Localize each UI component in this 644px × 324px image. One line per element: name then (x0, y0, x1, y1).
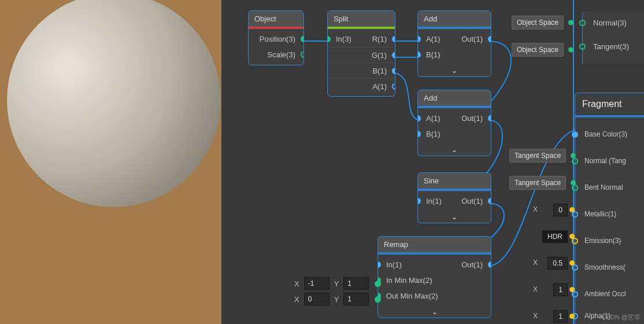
sphere-preview (7, 0, 221, 207)
port-out[interactable] (375, 281, 381, 287)
space-pill[interactable]: Tangent Space (509, 176, 566, 190)
float-field[interactable]: 1 (553, 310, 568, 323)
port-in[interactable] (417, 36, 421, 42)
node-title: Sine (418, 173, 491, 189)
node-sine[interactable]: Sine In(1) Out(1) ⌄ (417, 172, 491, 223)
chevron-down-icon[interactable]: ⌄ (418, 211, 491, 223)
chevron-down-icon[interactable]: ⌄ (378, 306, 491, 318)
node-title: Add (418, 90, 491, 106)
port-in[interactable] (327, 36, 331, 42)
port-out[interactable] (569, 260, 575, 266)
node-remap[interactable]: Remap In(1) Out(1) In Min Max(2) Out Min… (377, 236, 491, 318)
port-out[interactable] (392, 83, 395, 90)
port-in[interactable] (579, 20, 586, 26)
node-title: Split (328, 11, 395, 27)
port-out[interactable] (569, 287, 575, 292)
vec2-field[interactable]: X-1 Y1 (292, 277, 377, 290)
port-in[interactable] (417, 198, 421, 204)
float-field[interactable]: 1 (553, 284, 568, 296)
space-pill[interactable]: Tangent Space (509, 149, 566, 163)
vec2-field[interactable]: X0 Y1 (292, 293, 377, 305)
chevron-down-icon[interactable]: ⌄ (418, 65, 491, 76)
port-in[interactable] (417, 115, 421, 122)
space-pill[interactable]: Object Space (512, 43, 564, 57)
port-out[interactable] (488, 198, 491, 204)
chevron-down-icon[interactable]: ⌄ (418, 144, 491, 156)
node-fragment[interactable]: Fragment Base Color(3) Normal (Tang Bent… (575, 93, 644, 324)
port-out[interactable] (571, 153, 576, 159)
graph-canvas[interactable]: Object Position(3) Scale(3) Split In(3) … (221, 0, 644, 324)
port-out[interactable] (569, 314, 575, 319)
port-in[interactable] (579, 43, 586, 50)
port-out[interactable] (568, 47, 573, 53)
port-out[interactable] (568, 20, 573, 25)
port-out[interactable] (488, 115, 491, 122)
node-title: Object (249, 11, 304, 27)
port-out[interactable] (569, 234, 575, 239)
node-title: Fragment (575, 93, 644, 115)
float-field[interactable]: 0.5 (547, 257, 568, 270)
port-out[interactable] (392, 68, 395, 74)
port-out[interactable] (301, 36, 304, 42)
port-out[interactable] (569, 207, 575, 212)
node-partial[interactable]: Normal(3) Tangent(3) (582, 12, 644, 64)
float-field[interactable]: 0 (553, 204, 568, 216)
port-in[interactable] (417, 131, 421, 137)
node-add[interactable]: Add A(1) Out(1) B(1) ⌄ (417, 90, 491, 156)
hdr-badge[interactable]: HDR (542, 230, 568, 243)
port-in[interactable] (572, 158, 578, 164)
port-out[interactable] (301, 51, 304, 58)
port-out[interactable] (392, 36, 395, 42)
port-out[interactable] (488, 36, 491, 42)
node-object[interactable]: Object Position(3) Scale(3) (248, 10, 304, 65)
node-title: Add (418, 11, 491, 27)
port-in[interactable] (377, 262, 381, 268)
port-in[interactable] (417, 51, 421, 58)
node-add[interactable]: Add A(1) Out(1) B(1) ⌄ (417, 10, 491, 77)
node-split[interactable]: Split In(3) R(1) G(1) B(1) A(1) (327, 10, 395, 97)
port-in[interactable] (572, 131, 578, 138)
preview-panel (0, 0, 221, 324)
space-pill[interactable]: Object Space (512, 16, 564, 30)
port-out[interactable] (571, 181, 576, 186)
watermark: CSDN @艺菲 (602, 313, 641, 322)
port-out[interactable] (392, 52, 395, 58)
port-out[interactable] (488, 262, 491, 268)
port-out[interactable] (375, 296, 381, 303)
node-title: Remap (378, 237, 491, 252)
